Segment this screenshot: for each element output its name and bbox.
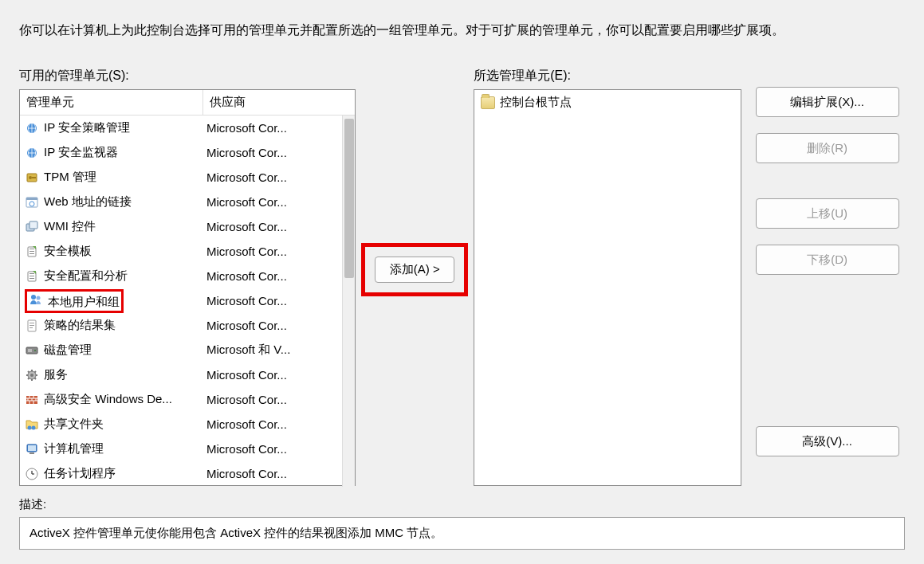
scrollbar[interactable] bbox=[342, 116, 355, 487]
item-name: 磁盘管理 bbox=[44, 343, 92, 358]
available-item[interactable]: 本地用户和组Microsoft Cor... bbox=[20, 288, 355, 313]
users-icon bbox=[29, 292, 43, 307]
item-name: 本地用户和组 bbox=[48, 295, 120, 308]
available-item[interactable]: Web 地址的链接Microsoft Cor... bbox=[20, 190, 355, 214]
item-vendor: Microsoft Cor... bbox=[203, 269, 355, 283]
item-vendor: Microsoft Cor... bbox=[203, 368, 355, 382]
item-vendor: Microsoft Cor... bbox=[203, 417, 355, 431]
available-item[interactable]: 共享文件夹Microsoft Cor... bbox=[20, 412, 355, 437]
item-vendor: Microsoft 和 V... bbox=[203, 343, 355, 358]
folder-icon bbox=[481, 96, 495, 109]
col-header-vendor[interactable]: 供应商 bbox=[203, 90, 355, 115]
disk-icon bbox=[25, 343, 39, 358]
item-vendor: Microsoft Cor... bbox=[203, 245, 355, 258]
available-list-header: 管理单元 供应商 bbox=[20, 90, 355, 116]
move-up-button[interactable]: 上移(U) bbox=[756, 198, 899, 229]
item-name: WMI 控件 bbox=[44, 219, 96, 234]
available-item[interactable]: 高级安全 Windows De...Microsoft Cor... bbox=[20, 387, 355, 412]
web-link-icon bbox=[25, 195, 39, 210]
shield-globe-icon bbox=[25, 121, 39, 135]
chip-key-icon bbox=[25, 170, 39, 185]
clock-icon bbox=[25, 467, 39, 481]
item-name: 共享文件夹 bbox=[44, 417, 104, 432]
available-item[interactable]: 安全配置和分析Microsoft Cor... bbox=[20, 264, 355, 288]
instruction-text: 你可以在计算机上为此控制台选择可用的管理单元并配置所选的一组管理单元。对于可扩展… bbox=[19, 22, 905, 39]
item-name: 策略的结果集 bbox=[44, 318, 116, 333]
available-item[interactable]: IP 安全策略管理Microsoft Cor... bbox=[20, 116, 355, 140]
selected-label: 所选管理单元(E): bbox=[474, 68, 741, 84]
item-name: 服务 bbox=[44, 367, 68, 382]
item-vendor: Microsoft Cor... bbox=[203, 442, 355, 456]
item-name: 计算机管理 bbox=[44, 441, 104, 456]
item-name: 安全模板 bbox=[44, 244, 92, 259]
add-button[interactable]: 添加(A) > bbox=[375, 257, 454, 283]
item-name: TPM 管理 bbox=[44, 170, 96, 185]
item-vendor: Microsoft Cor... bbox=[203, 195, 355, 209]
item-vendor: Microsoft Cor... bbox=[203, 319, 355, 332]
available-item[interactable]: WMI 控件Microsoft Cor... bbox=[20, 214, 355, 239]
available-item[interactable]: 磁盘管理Microsoft 和 V... bbox=[20, 338, 355, 362]
template-icon bbox=[25, 269, 39, 284]
selected-tree[interactable]: 控制台根节点 bbox=[474, 89, 741, 486]
available-item[interactable]: 安全模板Microsoft Cor... bbox=[20, 239, 355, 264]
item-name: IP 安全监视器 bbox=[44, 145, 118, 160]
add-button-highlight: 添加(A) > bbox=[361, 243, 468, 296]
description-text: ActiveX 控件管理单元使你能用包含 ActiveX 控件的结果视图添加 M… bbox=[19, 517, 905, 550]
policy-icon bbox=[25, 319, 39, 333]
shield-globe-icon bbox=[25, 146, 39, 160]
item-name: 安全配置和分析 bbox=[44, 268, 128, 284]
available-item[interactable]: IP 安全监视器Microsoft Cor... bbox=[20, 140, 355, 165]
available-item[interactable]: 策略的结果集Microsoft Cor... bbox=[20, 313, 355, 338]
move-down-button[interactable]: 下移(D) bbox=[756, 245, 899, 275]
item-vendor: Microsoft Cor... bbox=[203, 294, 355, 307]
item-vendor: Microsoft Cor... bbox=[203, 121, 355, 135]
col-header-name[interactable]: 管理单元 bbox=[20, 90, 203, 115]
item-vendor: Microsoft Cor... bbox=[203, 220, 355, 233]
template-icon bbox=[25, 245, 39, 259]
available-item[interactable]: 任务计划程序Microsoft Cor... bbox=[20, 461, 355, 486]
description-label: 描述: bbox=[19, 497, 905, 512]
gear-icon bbox=[25, 368, 39, 382]
item-name: Web 地址的链接 bbox=[44, 194, 132, 210]
item-name: 高级安全 Windows De... bbox=[44, 392, 172, 407]
available-list[interactable]: 管理单元 供应商 IP 安全策略管理Microsoft Cor...IP 安全监… bbox=[19, 89, 356, 486]
firewall-icon bbox=[25, 393, 39, 407]
edit-extensions-button[interactable]: 编辑扩展(X)... bbox=[756, 87, 899, 117]
highlighted-item: 本地用户和组 bbox=[25, 289, 124, 313]
item-name: IP 安全策略管理 bbox=[44, 120, 130, 135]
console-root-label: 控制台根节点 bbox=[500, 95, 572, 110]
console-root-node[interactable]: 控制台根节点 bbox=[481, 95, 733, 110]
advanced-button[interactable]: 高级(V)... bbox=[756, 426, 899, 456]
shared-folder-icon bbox=[25, 417, 39, 432]
available-item[interactable]: 计算机管理Microsoft Cor... bbox=[20, 437, 355, 461]
available-item[interactable]: 服务Microsoft Cor... bbox=[20, 362, 355, 387]
wmi-icon bbox=[25, 220, 39, 234]
scrollbar-thumb[interactable] bbox=[344, 119, 354, 278]
item-name: 任务计划程序 bbox=[44, 466, 116, 481]
remove-button[interactable]: 删除(R) bbox=[756, 133, 899, 163]
computer-icon bbox=[25, 442, 39, 456]
available-label: 可用的管理单元(S): bbox=[19, 68, 356, 84]
item-vendor: Microsoft Cor... bbox=[203, 393, 355, 406]
item-vendor: Microsoft Cor... bbox=[203, 146, 355, 159]
available-item[interactable]: TPM 管理Microsoft Cor... bbox=[20, 165, 355, 190]
item-vendor: Microsoft Cor... bbox=[203, 170, 355, 184]
item-vendor: Microsoft Cor... bbox=[203, 467, 355, 480]
